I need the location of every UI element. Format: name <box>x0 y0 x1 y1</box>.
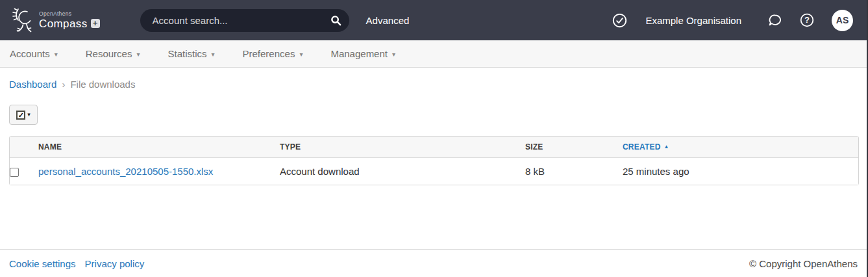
advanced-search-link[interactable]: Advanced <box>366 15 410 26</box>
breadcrumb-separator-icon: › <box>62 79 65 90</box>
privacy-policy-link[interactable]: Privacy policy <box>85 258 145 269</box>
owl-logo-icon <box>9 7 35 34</box>
page: OpenAthens Compass + Advanced <box>0 0 868 277</box>
row-checkbox[interactable] <box>10 168 19 177</box>
breadcrumb: Dashboard › File downloads <box>9 79 858 90</box>
column-header-size[interactable]: SIZE <box>525 137 623 158</box>
openathens-compass-logo[interactable]: OpenAthens Compass + <box>9 7 100 34</box>
select-column-header <box>10 137 38 158</box>
account-search-input[interactable] <box>151 14 328 27</box>
app-footer: Cookie settings Privacy policy © Copyrig… <box>0 249 867 277</box>
table-header-row: NAME TYPE SIZE CREATED▲ <box>10 137 858 158</box>
nav-item-preferences[interactable]: Preferences ▾ <box>243 48 303 59</box>
svg-text:?: ? <box>804 16 810 25</box>
cell-name: personal_accounts_20210505-1550.xlsx <box>38 158 280 185</box>
cell-type: Account download <box>280 158 525 185</box>
chevron-down-icon: ▾ <box>211 50 214 58</box>
main-nav: Accounts ▾ Resources ▾ Statistics ▾ Pref… <box>0 40 867 68</box>
file-download-link[interactable]: personal_accounts_20210505-1550.xlsx <box>38 166 213 177</box>
avatar[interactable]: AS <box>832 10 853 31</box>
copyright-text: © Copyright OpenAthens <box>749 258 858 269</box>
table-row: personal_accounts_20210505-1550.xlsx Acc… <box>10 158 858 185</box>
nav-item-statistics[interactable]: Statistics ▾ <box>167 48 214 59</box>
app-header: OpenAthens Compass + Advanced <box>0 0 867 40</box>
nav-item-management[interactable]: Management ▾ <box>330 48 395 59</box>
brand-name-large: Compass <box>39 18 88 30</box>
help-icon[interactable]: ? <box>799 12 815 28</box>
sort-asc-icon: ▲ <box>664 144 669 150</box>
chevron-down-icon: ▾ <box>27 112 31 118</box>
cell-size: 8 kB <box>525 158 623 185</box>
column-header-type[interactable]: TYPE <box>280 137 525 158</box>
main-content: Dashboard › File downloads ✓ ▾ NAME TYPE <box>0 68 867 249</box>
column-header-name[interactable]: NAME <box>38 137 280 158</box>
cookie-settings-link[interactable]: Cookie settings <box>9 258 76 269</box>
chevron-down-icon: ▾ <box>299 50 303 58</box>
row-select-cell <box>10 158 38 185</box>
column-header-created[interactable]: CREATED▲ <box>623 137 858 158</box>
account-search <box>140 9 349 32</box>
breadcrumb-dashboard-link[interactable]: Dashboard <box>9 79 56 90</box>
plus-badge-icon: + <box>91 19 100 28</box>
chat-icon[interactable] <box>767 12 783 28</box>
nav-item-resources[interactable]: Resources ▾ <box>86 48 140 59</box>
file-downloads-table: NAME TYPE SIZE CREATED▲ personal_account… <box>9 136 859 185</box>
breadcrumb-current: File downloads <box>70 79 135 90</box>
chevron-down-icon: ▾ <box>136 50 140 58</box>
chevron-down-icon: ▾ <box>55 50 58 58</box>
brand-name-small: OpenAthens <box>39 11 100 17</box>
status-check-icon[interactable] <box>612 12 628 29</box>
nav-item-accounts[interactable]: Accounts ▾ <box>10 48 58 59</box>
checked-checkbox-icon: ✓ <box>16 111 25 120</box>
cell-created: 25 minutes ago <box>623 158 858 185</box>
organisation-name: Example Organisation <box>645 15 741 26</box>
bulk-select-button[interactable]: ✓ ▾ <box>9 105 38 125</box>
search-icon[interactable] <box>328 14 344 27</box>
chevron-down-icon: ▾ <box>392 50 395 58</box>
